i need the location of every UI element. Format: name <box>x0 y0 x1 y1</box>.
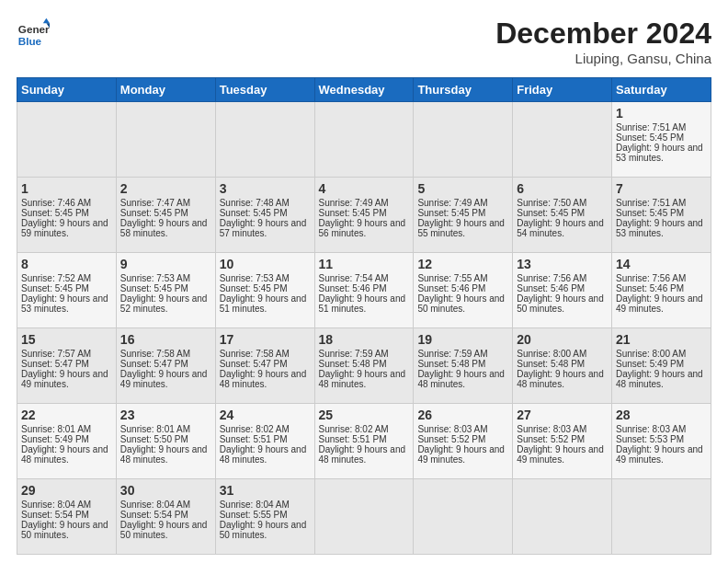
day-number: 17 <box>220 332 311 347</box>
sunrise-text: Sunrise: 7:47 AM <box>120 198 211 208</box>
sunset-text: Sunset: 5:45 PM <box>120 208 211 218</box>
calendar-cell: 2Sunrise: 7:47 AMSunset: 5:45 PMDaylight… <box>116 178 215 253</box>
daylight-text: Daylight: 9 hours and 50 minutes. <box>220 520 311 540</box>
day-number: 1 <box>21 181 112 196</box>
day-number: 20 <box>517 332 608 347</box>
day-number: 1 <box>616 106 707 121</box>
calendar-cell: 22Sunrise: 8:01 AMSunset: 5:49 PMDayligh… <box>17 404 117 479</box>
daylight-text: Daylight: 9 hours and 53 minutes. <box>616 218 707 238</box>
daylight-text: Daylight: 9 hours and 48 minutes. <box>417 369 508 389</box>
calendar-cell <box>116 102 215 178</box>
dow-header: Tuesday <box>215 78 314 102</box>
sunrise-text: Sunrise: 8:03 AM <box>517 424 608 434</box>
sunrise-text: Sunrise: 7:50 AM <box>517 198 608 208</box>
sunrise-text: Sunrise: 8:02 AM <box>220 424 311 434</box>
sunset-text: Sunset: 5:54 PM <box>21 510 112 520</box>
calendar-week-row: 1Sunrise: 7:46 AMSunset: 5:45 PMDaylight… <box>17 178 711 253</box>
day-number: 15 <box>21 332 112 347</box>
daylight-text: Daylight: 9 hours and 53 minutes. <box>616 143 707 163</box>
sunrise-text: Sunrise: 7:58 AM <box>120 349 211 359</box>
daylight-text: Daylight: 9 hours and 53 minutes. <box>21 293 112 314</box>
sunset-text: Sunset: 5:54 PM <box>120 510 211 520</box>
daylight-text: Daylight: 9 hours and 48 minutes. <box>616 369 707 389</box>
calendar-week-row: 15Sunrise: 7:57 AMSunset: 5:47 PMDayligh… <box>17 328 711 404</box>
sunrise-text: Sunrise: 8:03 AM <box>417 424 508 434</box>
sunset-text: Sunset: 5:45 PM <box>319 208 410 218</box>
daylight-text: Daylight: 9 hours and 50 minutes. <box>21 520 112 540</box>
sunset-text: Sunset: 5:45 PM <box>517 208 608 218</box>
daylight-text: Daylight: 9 hours and 50 minutes. <box>517 293 608 314</box>
calendar-cell: 26Sunrise: 8:03 AMSunset: 5:52 PMDayligh… <box>414 404 513 479</box>
calendar-cell: 18Sunrise: 7:59 AMSunset: 5:48 PMDayligh… <box>314 328 414 404</box>
calendar-cell: 11Sunrise: 7:54 AMSunset: 5:46 PMDayligh… <box>314 253 414 328</box>
calendar-cell: 20Sunrise: 8:00 AMSunset: 5:48 PMDayligh… <box>513 328 612 404</box>
calendar-cell: 30Sunrise: 8:04 AMSunset: 5:54 PMDayligh… <box>116 479 215 555</box>
sunset-text: Sunset: 5:45 PM <box>417 208 508 218</box>
calendar-cell: 13Sunrise: 7:56 AMSunset: 5:46 PMDayligh… <box>513 253 612 328</box>
sunset-text: Sunset: 5:55 PM <box>220 510 311 520</box>
day-number: 30 <box>120 483 211 498</box>
dow-header: Wednesday <box>314 78 414 102</box>
daylight-text: Daylight: 9 hours and 48 minutes. <box>21 444 112 465</box>
sunrise-text: Sunrise: 8:00 AM <box>616 349 707 359</box>
day-number: 7 <box>616 181 707 196</box>
sunrise-text: Sunrise: 7:52 AM <box>21 273 112 283</box>
daylight-text: Daylight: 9 hours and 58 minutes. <box>120 218 211 238</box>
calendar-cell: 27Sunrise: 8:03 AMSunset: 5:52 PMDayligh… <box>513 404 612 479</box>
page-container: General Blue December 2024 Liuping, Gans… <box>0 0 728 563</box>
sunrise-text: Sunrise: 7:51 AM <box>616 122 707 132</box>
calendar-cell <box>612 479 711 555</box>
daylight-text: Daylight: 9 hours and 50 minutes. <box>120 520 211 540</box>
calendar-cell <box>513 102 612 178</box>
svg-text:General: General <box>18 23 50 35</box>
sunrise-text: Sunrise: 7:46 AM <box>21 198 112 208</box>
sunset-text: Sunset: 5:46 PM <box>517 283 608 293</box>
daylight-text: Daylight: 9 hours and 49 minutes. <box>120 369 211 389</box>
calendar-week-row: 22Sunrise: 8:01 AMSunset: 5:49 PMDayligh… <box>17 404 711 479</box>
sunrise-text: Sunrise: 8:00 AM <box>517 349 608 359</box>
sunset-text: Sunset: 5:47 PM <box>21 359 112 369</box>
calendar-cell: 8Sunrise: 7:52 AMSunset: 5:45 PMDaylight… <box>17 253 117 328</box>
calendar-cell: 15Sunrise: 7:57 AMSunset: 5:47 PMDayligh… <box>17 328 117 404</box>
sunrise-text: Sunrise: 7:58 AM <box>220 349 311 359</box>
logo: General Blue <box>17 17 50 50</box>
sunrise-text: Sunrise: 8:04 AM <box>21 500 112 510</box>
daylight-text: Daylight: 9 hours and 49 minutes. <box>21 369 112 389</box>
sunset-text: Sunset: 5:51 PM <box>220 434 311 444</box>
day-number: 2 <box>120 181 211 196</box>
dow-header: Sunday <box>17 78 117 102</box>
daylight-text: Daylight: 9 hours and 48 minutes. <box>120 444 211 465</box>
calendar-cell: 6Sunrise: 7:50 AMSunset: 5:45 PMDaylight… <box>513 178 612 253</box>
sunset-text: Sunset: 5:45 PM <box>220 283 311 293</box>
calendar-cell: 1Sunrise: 7:51 AMSunset: 5:45 PMDaylight… <box>612 102 711 178</box>
calendar-cell: 7Sunrise: 7:51 AMSunset: 5:45 PMDaylight… <box>612 178 711 253</box>
sunset-text: Sunset: 5:48 PM <box>417 359 508 369</box>
day-number: 28 <box>616 408 707 422</box>
day-number: 29 <box>21 483 112 498</box>
sunrise-text: Sunrise: 7:59 AM <box>319 349 410 359</box>
sunrise-text: Sunrise: 8:03 AM <box>616 424 707 434</box>
sunrise-text: Sunrise: 7:54 AM <box>319 273 410 283</box>
day-number: 5 <box>417 181 508 196</box>
calendar-cell: 19Sunrise: 7:59 AMSunset: 5:48 PMDayligh… <box>414 328 513 404</box>
dow-header: Friday <box>513 78 612 102</box>
daylight-text: Daylight: 9 hours and 49 minutes. <box>417 444 508 465</box>
sunset-text: Sunset: 5:49 PM <box>21 434 112 444</box>
calendar-table: SundayMondayTuesdayWednesdayThursdayFrid… <box>17 77 711 555</box>
day-number: 6 <box>517 181 608 196</box>
day-number: 14 <box>616 257 707 271</box>
day-number: 23 <box>120 408 211 422</box>
day-number: 25 <box>319 408 410 422</box>
daylight-text: Daylight: 9 hours and 50 minutes. <box>417 293 508 314</box>
sunrise-text: Sunrise: 7:53 AM <box>120 273 211 283</box>
sunrise-text: Sunrise: 8:02 AM <box>319 424 410 434</box>
sunset-text: Sunset: 5:46 PM <box>616 283 707 293</box>
calendar-week-row: 1Sunrise: 7:51 AMSunset: 5:45 PMDaylight… <box>17 102 711 178</box>
daylight-text: Daylight: 9 hours and 48 minutes. <box>517 369 608 389</box>
calendar-cell: 4Sunrise: 7:49 AMSunset: 5:45 PMDaylight… <box>314 178 414 253</box>
sunset-text: Sunset: 5:45 PM <box>220 208 311 218</box>
calendar-cell <box>414 479 513 555</box>
title-block: December 2024 Liuping, Gansu, China <box>495 17 711 66</box>
sunrise-text: Sunrise: 7:57 AM <box>21 349 112 359</box>
calendar-cell: 21Sunrise: 8:00 AMSunset: 5:49 PMDayligh… <box>612 328 711 404</box>
